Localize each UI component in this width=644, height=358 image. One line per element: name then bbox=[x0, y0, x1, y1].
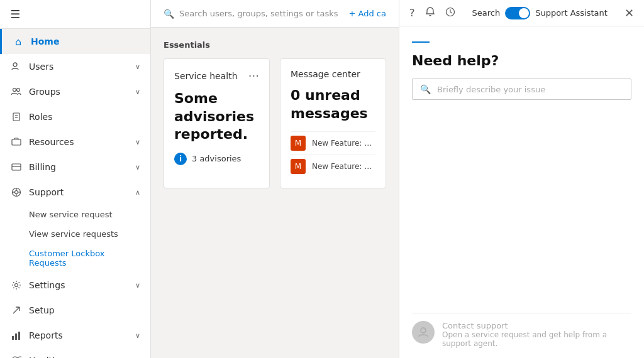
svg-point-10 bbox=[15, 191, 18, 194]
topbar: 🔍 Search users, groups, settings or task… bbox=[151, 0, 399, 28]
sidebar-item-label: Health bbox=[29, 355, 135, 358]
panel-search-placeholder: Briefly describe your issue bbox=[437, 85, 545, 94]
svg-rect-16 bbox=[12, 336, 14, 340]
message-text: New Feature: Microsoft To Do - Notificat… bbox=[312, 139, 375, 148]
chevron-up-icon: ∧ bbox=[135, 188, 140, 197]
content-area: Essentials Service health ··· Some advis… bbox=[151, 28, 399, 358]
message-item: M New Feature: File Hover Card - People … bbox=[291, 155, 375, 178]
message-app-icon: M bbox=[291, 159, 306, 174]
active-tab-indicator bbox=[412, 41, 430, 43]
sidebar-subitem-new-service-request[interactable]: New service request bbox=[0, 205, 150, 224]
sidebar-item-label: Setup bbox=[29, 305, 140, 315]
sidebar-item-resources[interactable]: Resources ∨ bbox=[0, 129, 150, 155]
resources-icon bbox=[10, 136, 23, 148]
search-box[interactable]: 🔍 Search users, groups, settings or task… bbox=[164, 9, 339, 19]
advisory-icon: i bbox=[174, 153, 187, 165]
svg-point-1 bbox=[13, 89, 16, 92]
svg-rect-7 bbox=[12, 164, 21, 170]
health-icon bbox=[10, 354, 23, 358]
support-assistant-toggle[interactable] bbox=[505, 7, 530, 19]
sidebar-item-label: Roles bbox=[29, 112, 140, 122]
panel-icon-group: ? bbox=[409, 7, 455, 19]
sidebar-item-groups[interactable]: Groups ∨ bbox=[0, 79, 150, 104]
chevron-down-icon: ∨ bbox=[135, 63, 140, 71]
svg-rect-3 bbox=[13, 113, 19, 121]
message-text: New Feature: File Hover Card - People wh… bbox=[312, 162, 375, 171]
service-health-big-text: Some advisories reported. bbox=[174, 90, 259, 144]
panel-body: Need help? 🔍 Briefly describe your issue… bbox=[399, 26, 644, 358]
sidebar-item-label: Support bbox=[29, 187, 135, 197]
card-title: Service health bbox=[174, 71, 238, 81]
svg-point-20 bbox=[421, 328, 426, 333]
sidebar-item-label: Users bbox=[29, 62, 135, 72]
settings-icon bbox=[10, 279, 23, 291]
bell-icon[interactable] bbox=[425, 7, 435, 19]
add-card-label: + Add ca bbox=[349, 9, 386, 18]
sidebar-subitem-view-service-requests[interactable]: View service requests bbox=[0, 224, 150, 244]
sidebar-item-users[interactable]: Users ∨ bbox=[0, 54, 150, 79]
chevron-down-icon: ∨ bbox=[135, 138, 140, 146]
card-header: Service health ··· bbox=[174, 69, 259, 82]
sidebar-item-health[interactable]: Health ∨ bbox=[0, 348, 150, 358]
svg-point-2 bbox=[17, 89, 20, 92]
toggle-knob bbox=[519, 8, 529, 18]
svg-point-0 bbox=[13, 63, 17, 67]
chevron-down-icon: ∨ bbox=[135, 163, 140, 171]
essentials-label: Essentials bbox=[164, 40, 386, 50]
main-content: 🔍 Search users, groups, settings or task… bbox=[151, 0, 399, 358]
search-placeholder-text: Search users, groups, settings or tasks bbox=[179, 9, 338, 18]
close-icon[interactable]: ✕ bbox=[625, 6, 634, 19]
card-header: Message center bbox=[291, 69, 375, 79]
contact-support-sub: Open a service request and get help from… bbox=[442, 330, 631, 348]
message-item: M New Feature: Microsoft To Do - Notific… bbox=[291, 131, 375, 155]
sidebar-item-label: Groups bbox=[29, 87, 135, 97]
sidebar-item-label: Billing bbox=[29, 162, 135, 172]
svg-point-15 bbox=[15, 284, 18, 287]
need-help-title: Need help? bbox=[412, 53, 631, 68]
card-menu-icon[interactable]: ··· bbox=[248, 69, 259, 82]
history-icon[interactable] bbox=[445, 7, 455, 19]
sidebar-top: ☰ bbox=[0, 0, 150, 29]
roles-icon bbox=[10, 111, 23, 123]
reports-icon bbox=[10, 329, 23, 342]
sidebar-item-reports[interactable]: Reports ∨ bbox=[0, 323, 150, 348]
sidebar-item-support[interactable]: Support ∧ bbox=[0, 180, 150, 205]
panel-footer: Contact support Open a service request a… bbox=[412, 313, 631, 348]
sidebar: ☰ ⌂ Home Users ∨ Groups ∨ bbox=[0, 0, 151, 358]
contact-avatar bbox=[412, 321, 435, 344]
svg-rect-6 bbox=[12, 139, 21, 145]
chevron-down-icon: ∨ bbox=[135, 332, 140, 340]
sidebar-item-label: Resources bbox=[29, 137, 135, 147]
question-icon[interactable]: ? bbox=[409, 7, 415, 19]
chevron-down-icon: ∨ bbox=[135, 281, 140, 290]
panel-header: ? Search Support Assistant ✕ bbox=[399, 0, 644, 26]
chevron-down-icon: ∨ bbox=[135, 88, 140, 96]
advisory-row: i 3 advisories bbox=[174, 153, 259, 165]
right-panel: ? Search Support Assistant ✕ Need help? … bbox=[399, 0, 644, 358]
panel-search-icon: 🔍 bbox=[420, 84, 431, 94]
contact-support-section: Contact support Open a service request a… bbox=[412, 321, 631, 348]
add-card-button[interactable]: + Add ca bbox=[349, 9, 386, 18]
card-title: Message center bbox=[291, 69, 360, 79]
sidebar-item-roles[interactable]: Roles bbox=[0, 104, 150, 129]
sidebar-item-label: Reports bbox=[29, 330, 135, 340]
cards-row: Service health ··· Some advisories repor… bbox=[164, 58, 386, 188]
sidebar-item-billing[interactable]: Billing ∨ bbox=[0, 155, 150, 180]
sidebar-nav: ⌂ Home Users ∨ Groups ∨ Roles bbox=[0, 29, 150, 358]
sidebar-item-home[interactable]: ⌂ Home bbox=[0, 29, 150, 54]
sidebar-item-settings[interactable]: Settings ∨ bbox=[0, 273, 150, 298]
contact-support-title: Contact support bbox=[442, 321, 631, 330]
search-toggle-area: Search Support Assistant bbox=[472, 7, 607, 19]
panel-search-box[interactable]: 🔍 Briefly describe your issue bbox=[412, 79, 631, 100]
message-list: M New Feature: Microsoft To Do - Notific… bbox=[291, 131, 375, 178]
search-icon: 🔍 bbox=[164, 9, 174, 19]
hamburger-icon[interactable]: ☰ bbox=[10, 8, 20, 21]
sidebar-item-setup[interactable]: Setup bbox=[0, 298, 150, 323]
message-center-card: Message center 0 unread messages M New F… bbox=[280, 58, 386, 188]
svg-rect-17 bbox=[15, 334, 17, 340]
sidebar-subitem-customer-lockbox[interactable]: Customer Lockbox Requests bbox=[0, 244, 150, 273]
sidebar-item-label: Settings bbox=[29, 280, 135, 290]
setup-icon bbox=[10, 304, 23, 317]
sidebar-item-label: Home bbox=[31, 36, 140, 46]
home-icon: ⌂ bbox=[12, 35, 25, 48]
